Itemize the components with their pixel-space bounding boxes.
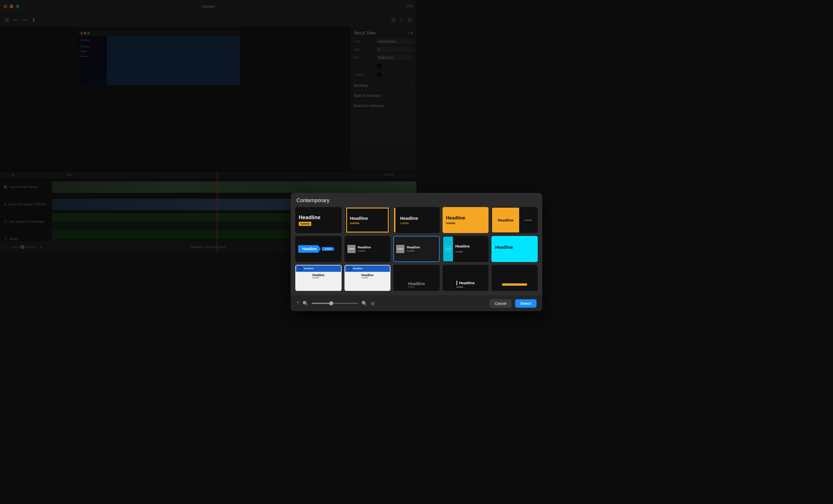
arrow-headline-6: Headline	[298, 245, 321, 252]
arrow-subtitle-6: Subtitle	[322, 247, 334, 251]
card-subtitle-2: Subtitle	[350, 222, 359, 225]
logo-box-7: LOGO	[348, 245, 355, 252]
card-subtitle-1: Subtitle	[299, 222, 311, 226]
template-card-3[interactable]: Headline Subtitle	[394, 207, 416, 233]
template-card-7[interactable]: LOGO Headline Subtitle	[344, 236, 391, 252]
template-card-2[interactable]: Headline Subtitle	[344, 207, 391, 233]
modal-overlay: Contemporary Headline Subtitle Headline …	[0, 0, 416, 252]
card-headline-2: Headline	[350, 216, 368, 221]
template-card-1[interactable]: Headline Subtitle	[295, 207, 341, 233]
card-headline-1: Headline	[299, 215, 320, 221]
template-picker-modal: Contemporary Headline Subtitle Headline …	[291, 193, 416, 252]
logo-box-8: LOGO	[396, 245, 404, 252]
template-grid: Headline Subtitle Headline Subtitle Head…	[291, 207, 416, 252]
card-headline-3: Headline	[400, 216, 416, 221]
card-subtitle-3: Subtitle	[400, 222, 416, 225]
template-card-8[interactable]: LOGO Headline Subtitle	[394, 236, 416, 252]
modal-header: Contemporary	[291, 193, 416, 207]
template-card-6[interactable]: Headline Subtitle	[295, 236, 341, 252]
